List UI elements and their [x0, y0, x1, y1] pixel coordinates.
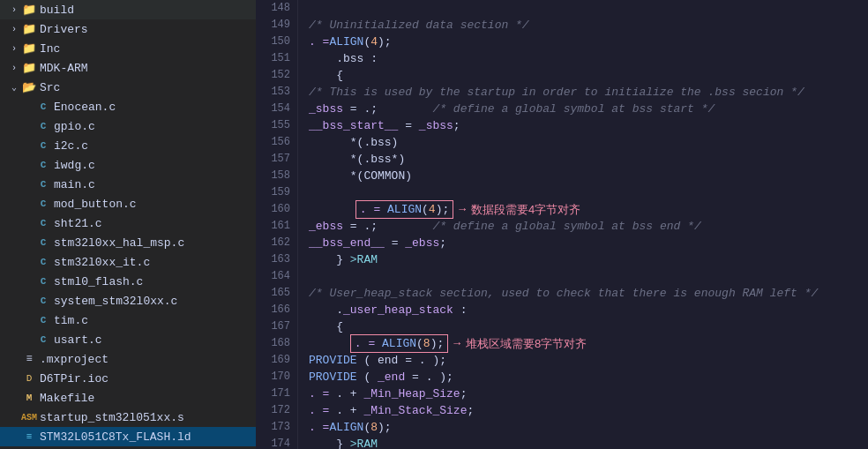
- line-number: 172: [263, 402, 290, 419]
- sidebar-item-i2c-c[interactable]: Ci2c.c: [0, 136, 256, 155]
- file-explorer: ›📁build›📁Drivers›📁Inc›📁MDK-ARM⌄📂SrcCEnoc…: [0, 0, 256, 449]
- sidebar-item-label: Drivers: [40, 23, 88, 36]
- file-type-icon: 📁: [21, 22, 37, 36]
- file-type-icon: C: [35, 198, 51, 209]
- sidebar-item-label: build: [40, 4, 74, 17]
- file-type-icon: ≡: [21, 431, 37, 442]
- sidebar-item-tim-c[interactable]: Ctim.c: [0, 311, 256, 330]
- sidebar-item-Drivers[interactable]: ›📁Drivers: [0, 19, 256, 39]
- sidebar-item-build[interactable]: ›📁build: [0, 0, 256, 19]
- line-number: 148: [263, 0, 290, 17]
- code-line: _sbss = .; /* define a global symbol at …: [309, 101, 868, 117]
- code-line: .bss :: [309, 50, 868, 67]
- sidebar-item-label: usart.c: [54, 333, 102, 347]
- file-type-icon: ≡: [21, 353, 37, 365]
- file-type-icon: C: [35, 101, 51, 112]
- code-line: /* This is used by the startup in order …: [309, 84, 868, 101]
- sidebar-item-label: gpio.c: [54, 120, 95, 133]
- sidebar-item-label: MDK-ARM: [40, 62, 88, 75]
- sidebar-item-startup-stm32l051xx-s[interactable]: ASMstartup_stm32l051xx.s: [0, 408, 256, 427]
- code-line: __bss_start__ = _sbss;: [309, 117, 868, 134]
- sidebar-item-label: .mxproject: [40, 353, 108, 366]
- sidebar-item-label: stm32l0xx_hal_msp.c: [54, 236, 184, 250]
- code-line: . = ALIGN(8);: [309, 419, 868, 436]
- file-type-icon: C: [35, 276, 51, 287]
- code-line: . = . + _Min_Heap_Size;: [309, 385, 868, 402]
- code-line: /* User_heap_stack section, used to chec…: [309, 285, 868, 302]
- sidebar-item-label: i2c.c: [54, 139, 88, 153]
- sidebar-item-label: stm32l0xx_it.c: [54, 256, 150, 269]
- line-number: 170: [263, 369, 290, 385]
- code-line: PROVIDE ( end = . );: [309, 352, 868, 369]
- line-number: 168: [263, 335, 290, 352]
- code-line: . = . + _Min_Stack_Size;: [309, 402, 868, 419]
- line-number: 153: [263, 84, 290, 101]
- line-number: 161: [263, 218, 290, 235]
- folder-arrow-icon: ›: [7, 5, 21, 15]
- line-number: 155: [263, 117, 290, 134]
- line-number: 173: [263, 419, 290, 436]
- sidebar-item-gpio-c[interactable]: Cgpio.c: [0, 116, 256, 136]
- sidebar-item-usart-c[interactable]: Cusart.c: [0, 330, 256, 349]
- line-number: 151: [263, 50, 290, 67]
- sidebar-item-iwdg-c[interactable]: Ciwdg.c: [0, 155, 256, 175]
- line-number: 169: [263, 352, 290, 369]
- code-line: } >RAM: [309, 436, 868, 449]
- folder-arrow-icon: ›: [7, 64, 21, 73]
- sidebar-item-D6TPir-ioc[interactable]: DD6TPir.ioc: [0, 369, 256, 388]
- sidebar-item-label: tim.c: [54, 314, 88, 327]
- file-type-icon: C: [35, 296, 51, 306]
- sidebar-item-Makefile[interactable]: MMakefile: [0, 388, 256, 408]
- file-type-icon: C: [35, 179, 51, 190]
- sidebar-item-stm32l0xx-it-c[interactable]: Cstm32l0xx_it.c: [0, 252, 256, 272]
- code-line: . = ALIGN(8);→堆栈区域需要8字节对齐: [309, 335, 868, 352]
- sidebar-item-mod-button-c[interactable]: Cmod_button.c: [0, 194, 256, 213]
- code-line: {: [309, 318, 868, 335]
- sidebar-item-system-stm32l0xx-c[interactable]: Csystem_stm32l0xx.c: [0, 291, 256, 311]
- sidebar-item-sht21-c[interactable]: Csht21.c: [0, 213, 256, 233]
- file-type-icon: 📁: [21, 61, 37, 75]
- line-number: 152: [263, 67, 290, 84]
- file-type-icon: C: [35, 140, 51, 151]
- sidebar-item-main-c[interactable]: Cmain.c: [0, 175, 256, 194]
- sidebar-item-Inc[interactable]: ›📁Inc: [0, 39, 256, 58]
- code-line: /* Uninitialized data section */: [309, 17, 868, 34]
- code-line: __bss_end__ = _ebss;: [309, 235, 868, 251]
- line-number: 171: [263, 385, 290, 402]
- sidebar-item-stm32l0xx-hal-msp-c[interactable]: Cstm32l0xx_hal_msp.c: [0, 233, 256, 252]
- line-number: 174: [263, 436, 290, 449]
- line-number: 162: [263, 235, 290, 251]
- line-number: 159: [263, 184, 290, 201]
- sidebar-item-stml0-flash-c[interactable]: Cstml0_flash.c: [0, 272, 256, 291]
- code-line: *(COMMON): [309, 168, 868, 184]
- code-line: . = ALIGN(4);: [309, 34, 868, 50]
- sidebar-item-label: sht21.c: [54, 217, 102, 230]
- line-number: 154: [263, 101, 290, 117]
- file-type-icon: 📁: [21, 3, 37, 17]
- line-number: 166: [263, 302, 290, 318]
- file-type-icon: C: [35, 237, 51, 248]
- sidebar-item-Src[interactable]: ⌄📂Src: [0, 78, 256, 97]
- code-line: [309, 0, 868, 17]
- file-type-icon: C: [35, 160, 51, 170]
- code-line: {: [309, 67, 868, 84]
- line-number: 167: [263, 318, 290, 335]
- sidebar-item-MDK-ARM[interactable]: ›📁MDK-ARM: [0, 58, 256, 78]
- line-number: 164: [263, 268, 290, 285]
- sidebar-item-Enocean-c[interactable]: CEnocean.c: [0, 97, 256, 116]
- line-number: 149: [263, 17, 290, 34]
- sidebar-item--mxproject[interactable]: ≡.mxproject: [0, 349, 256, 369]
- code-line: *(.bss): [309, 134, 868, 151]
- code-line: ._user_heap_stack :: [309, 302, 868, 318]
- sidebar-item-label: system_stm32l0xx.c: [54, 295, 177, 308]
- sidebar-item-label: Enocean.c: [54, 101, 116, 114]
- sidebar-item-label: Src: [40, 81, 60, 94]
- sidebar-item-label: STM32L051C8Tx_FLASH.ld: [40, 430, 191, 444]
- code-content: 1481491501511521531541551561571581591601…: [256, 0, 868, 449]
- sidebar-item-label: startup_stm32l051xx.s: [40, 411, 184, 424]
- file-type-icon: C: [35, 257, 51, 267]
- file-type-icon: C: [35, 218, 51, 228]
- line-number: 165: [263, 285, 290, 302]
- line-numbers: 1481491501511521531541551561571581591601…: [256, 0, 298, 449]
- sidebar-item-STM32L051C8Tx-FLASH-ld[interactable]: ≡STM32L051C8Tx_FLASH.ld: [0, 427, 256, 446]
